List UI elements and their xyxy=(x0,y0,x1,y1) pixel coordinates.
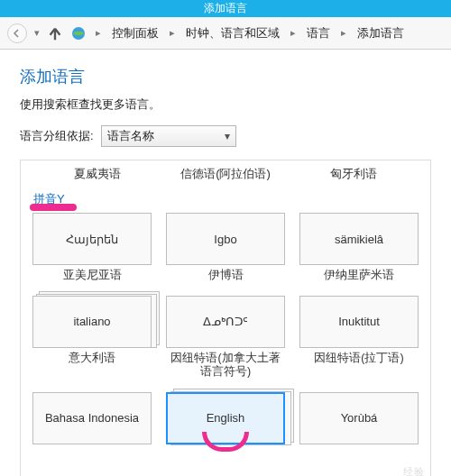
language-cell: italiano意大利语 xyxy=(32,296,152,389)
caption-hungarian: 匈牙利语 xyxy=(330,166,377,182)
back-button[interactable] xyxy=(7,23,27,43)
breadcrumb-language[interactable]: 语言 xyxy=(303,23,334,43)
chevron-right-icon: ▸ xyxy=(289,27,298,39)
up-button[interactable] xyxy=(47,25,63,41)
language-caption: 亚美尼亚语 xyxy=(63,269,122,283)
language-cell: Bahasa Indonesia xyxy=(32,392,152,457)
language-native-name: Bahasa Indonesia xyxy=(45,411,139,425)
watermark-text: 经验 xyxy=(403,465,425,476)
arrow-up-icon xyxy=(47,25,63,41)
group-by-select[interactable]: 语言名称 xyxy=(101,125,236,147)
language-native-name: sämikielâ xyxy=(335,233,383,246)
language-cell: sämikielâ伊纳里萨米语 xyxy=(299,213,419,292)
language-tile[interactable]: italiano xyxy=(32,296,152,348)
language-cell: Igbo伊博语 xyxy=(165,213,286,292)
language-caption: 伊博语 xyxy=(208,269,244,283)
breadcrumb-control-panel[interactable]: 控制面板 xyxy=(108,23,162,43)
arrow-left-icon xyxy=(13,29,22,38)
window-title: 添加语言 xyxy=(0,0,451,14)
previous-section-captions: 夏威夷语 信德语(阿拉伯语) 匈牙利语 xyxy=(32,166,419,182)
language-native-name: ᐃᓄᒃᑎᑐᑦ xyxy=(203,315,248,328)
breadcrumb-add-language[interactable]: 添加语言 xyxy=(354,23,408,43)
page-title: 添加语言 xyxy=(20,66,431,87)
language-cell: English xyxy=(165,392,286,457)
breadcrumb-clock-language-region[interactable]: 时钟、语言和区域 xyxy=(182,23,283,43)
language-cell: Inuktitut因纽特语(拉丁语) xyxy=(299,296,419,389)
language-tile[interactable]: sämikielâ xyxy=(299,213,419,265)
language-native-name: Inuktitut xyxy=(338,315,380,328)
window-titlebar: 添加语言 xyxy=(0,0,451,17)
region-globe-icon xyxy=(69,23,88,43)
language-native-name: English xyxy=(207,411,245,425)
annotation-circle xyxy=(202,432,249,452)
language-cell: Yorùbá xyxy=(299,392,419,457)
group-by-row: 语言分组依据: 语言名称 xyxy=(20,125,431,147)
help-text: 使用搜索框查找更多语言。 xyxy=(20,96,431,113)
language-cell: Հայերեն亚美尼亚语 xyxy=(32,213,152,292)
language-native-name: Igbo xyxy=(214,233,236,246)
chevron-right-icon: ▸ xyxy=(168,27,177,39)
group-by-label: 语言分组依据: xyxy=(20,128,94,144)
language-tile[interactable]: Inuktitut xyxy=(299,296,419,348)
history-dropdown[interactable]: ▾ xyxy=(32,27,41,39)
language-grid: Հայերեն亚美尼亚语Igbo伊博语sämikielâ伊纳里萨米语italia… xyxy=(32,213,419,457)
section-header-pinyin-y: 拼音Y xyxy=(33,191,419,207)
language-tile[interactable]: Հայերեն xyxy=(32,213,152,265)
language-cell: ᐃᓄᒃᑎᑐᑦ因纽特语(加拿大土著语言符号) xyxy=(165,296,286,389)
language-tile[interactable]: Igbo xyxy=(166,213,285,265)
language-caption: 意大利语 xyxy=(69,352,115,366)
language-native-name: Yorùbá xyxy=(341,411,378,425)
language-list: 夏威夷语 信德语(阿拉伯语) 匈牙利语 拼音Y Հայերեն亚美尼亚语Igbo… xyxy=(20,160,431,476)
language-tile[interactable]: ᐃᓄᒃᑎᑐᑦ xyxy=(166,296,285,348)
annotation-underline xyxy=(30,204,77,211)
group-by-value: 语言名称 xyxy=(107,128,154,144)
language-caption: 伊纳里萨米语 xyxy=(324,269,394,283)
language-native-name: Հայերեն xyxy=(66,233,118,246)
caption-hawaiian: 夏威夷语 xyxy=(74,166,121,182)
content-pane: 添加语言 使用搜索框查找更多语言。 语言分组依据: 语言名称 夏威夷语 信德语(… xyxy=(0,50,451,476)
language-caption: 因纽特语(加拿大土著语言符号) xyxy=(165,352,286,380)
address-bar: ▾ ▸ 控制面板 ▸ 时钟、语言和区域 ▸ 语言 ▸ 添加语言 xyxy=(0,17,451,50)
language-caption: 因纽特语(拉丁语) xyxy=(314,352,403,366)
language-tile[interactable]: Bahasa Indonesia xyxy=(32,392,152,444)
caption-sindhi-arabic: 信德语(阿拉伯语) xyxy=(180,166,271,182)
language-native-name: italiano xyxy=(73,315,110,328)
chevron-right-icon: ▸ xyxy=(339,27,348,39)
chevron-right-icon: ▸ xyxy=(94,27,103,39)
language-tile[interactable]: English xyxy=(166,392,285,444)
language-tile[interactable]: Yorùbá xyxy=(299,392,419,444)
